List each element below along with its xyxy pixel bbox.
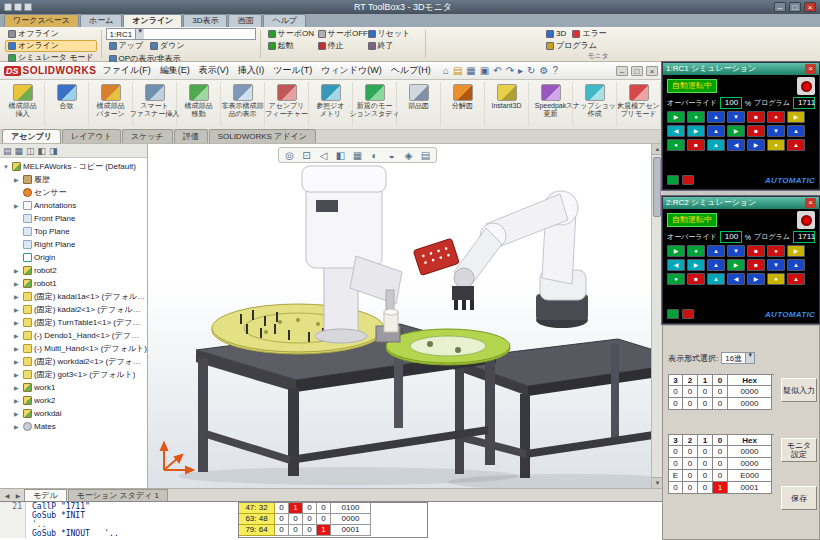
- ribbon-button[interactable]: スナップショット 作成: [573, 82, 617, 127]
- scroll-up-icon[interactable]: ▲: [652, 144, 662, 155]
- undo-icon[interactable]: ↶: [493, 64, 501, 78]
- expand-arrow-icon[interactable]: ▼: [3, 164, 10, 170]
- ribbon-button[interactable]: 構成部品 パターン: [89, 82, 133, 127]
- monitor-button[interactable]: エラー: [569, 28, 609, 40]
- dimxpert-tab-icon[interactable]: ◧: [38, 145, 47, 156]
- ribbon-button[interactable]: 分解図: [441, 82, 485, 127]
- tab-scroll-right-icon[interactable]: ▶: [13, 492, 23, 499]
- pendant-key[interactable]: [787, 125, 805, 137]
- servo-operation-button[interactable]: サーボON: [265, 28, 315, 40]
- zoom-area-icon[interactable]: ⊡: [299, 148, 314, 162]
- pendant-key[interactable]: [787, 259, 805, 271]
- expand-arrow-icon[interactable]: ▶: [14, 267, 21, 274]
- pendant-key[interactable]: [787, 245, 805, 257]
- ribbon-button[interactable]: 合致: [45, 82, 89, 127]
- display-style-icon[interactable]: ◐: [367, 148, 382, 162]
- emergency-stop-button[interactable]: [797, 77, 815, 95]
- propertymanager-tab-icon[interactable]: ▦: [15, 145, 24, 156]
- tab-scroll-left-icon[interactable]: ◀: [2, 492, 12, 499]
- pendant-key[interactable]: [767, 273, 785, 285]
- options-icon[interactable]: ⚙: [539, 64, 548, 78]
- ribbon-button[interactable]: スマート ファスナー挿入: [133, 82, 177, 127]
- pendant-key[interactable]: [767, 259, 785, 271]
- motion-study-tab[interactable]: モーション スタディ 1: [68, 489, 168, 502]
- redo-icon[interactable]: [24, 3, 32, 11]
- tree-item[interactable]: Origin: [0, 251, 147, 264]
- hide-show-items-icon[interactable]: ◒: [384, 148, 399, 162]
- pendant-key[interactable]: [667, 245, 685, 257]
- mode-button[interactable]: オンライン: [5, 40, 97, 52]
- tree-item[interactable]: ▶ robot1: [0, 277, 147, 290]
- pendant-titlebar[interactable]: 2:RC2 シミュレーション ×: [663, 197, 819, 209]
- tree-item[interactable]: ▶ robot2: [0, 264, 147, 277]
- pendant-key[interactable]: [667, 273, 685, 285]
- pendant-key[interactable]: [727, 259, 745, 271]
- start-key[interactable]: [667, 309, 679, 319]
- expand-arrow-icon[interactable]: ▶: [14, 332, 21, 339]
- section-view-icon[interactable]: ◧: [333, 148, 348, 162]
- ribbon-tab[interactable]: 3D表示: [183, 14, 227, 27]
- expand-arrow-icon[interactable]: ▶: [14, 319, 21, 326]
- tree-item[interactable]: ▶ 履歴: [0, 173, 147, 186]
- pendant-key[interactable]: [707, 245, 725, 257]
- pendant-key[interactable]: [667, 125, 685, 137]
- zoom-fit-icon[interactable]: ◎: [282, 148, 297, 162]
- previous-view-icon[interactable]: ◁: [316, 148, 331, 162]
- menu-item[interactable]: ファイル(F): [102, 64, 150, 77]
- command-tab[interactable]: SOLIDWORKS アドイン: [209, 129, 316, 143]
- pendant-key[interactable]: [787, 139, 805, 151]
- menu-item[interactable]: 表示(V): [199, 64, 229, 77]
- menu-item[interactable]: ウィンドウ(W): [321, 64, 382, 77]
- menu-item[interactable]: 編集(E): [160, 64, 190, 77]
- expand-arrow-icon[interactable]: ▶: [14, 345, 21, 352]
- redo-icon[interactable]: ↷: [506, 64, 514, 78]
- close-button[interactable]: ×: [804, 2, 816, 12]
- expand-arrow-icon[interactable]: ▶: [14, 410, 21, 417]
- pendant-key[interactable]: [667, 139, 685, 151]
- ribbon-button[interactable]: Instant3D: [485, 82, 529, 127]
- pendant-key[interactable]: [767, 125, 785, 137]
- monitor-button[interactable]: 3D: [543, 28, 569, 40]
- ribbon-button[interactable]: アセンブリ フィーチャー: [265, 82, 309, 127]
- tree-item[interactable]: ▼ MELFAWorks - コピー (Default): [0, 160, 147, 173]
- pendant-key[interactable]: [667, 111, 685, 123]
- monitor-settings-button[interactable]: モニタ設定: [781, 438, 817, 462]
- scene-icon[interactable]: ▤: [418, 148, 433, 162]
- tree-item[interactable]: Right Plane: [0, 238, 147, 251]
- ribbon-button[interactable]: 参照ジオ メトリ: [309, 82, 353, 127]
- pendant-key[interactable]: [687, 245, 705, 257]
- save-button[interactable]: 保存: [781, 486, 817, 510]
- pendant-key[interactable]: [747, 273, 765, 285]
- pendant-key[interactable]: [747, 259, 765, 271]
- ribbon-button[interactable]: 部品図: [397, 82, 441, 127]
- ribbon-tab[interactable]: 画面: [228, 14, 262, 27]
- tree-item[interactable]: ▶ (-) Multi_Hand<1> (デフォルト): [0, 342, 147, 355]
- stop-key[interactable]: [682, 175, 694, 185]
- select-icon[interactable]: ▸: [518, 64, 523, 78]
- tree-item[interactable]: ▶ work1: [0, 381, 147, 394]
- panel-button[interactable]: ダウン: [147, 40, 188, 52]
- pendant-key[interactable]: [767, 111, 785, 123]
- configuration-tab-icon[interactable]: ◫: [26, 145, 35, 156]
- ribbon-button[interactable]: 非表示構成部 品の表示: [221, 82, 265, 127]
- servo-operation-button[interactable]: 停止: [315, 40, 365, 52]
- pendant-key[interactable]: [727, 111, 745, 123]
- pendant-key[interactable]: [747, 111, 765, 123]
- ribbon-tab[interactable]: オンライン: [123, 14, 182, 27]
- pseudo-input-button[interactable]: 疑似入力: [781, 378, 817, 402]
- pendant-key[interactable]: [687, 259, 705, 271]
- maximize-button[interactable]: □: [789, 2, 801, 12]
- pendant-key[interactable]: [767, 139, 785, 151]
- expand-arrow-icon[interactable]: ▶: [14, 293, 21, 300]
- tree-item[interactable]: ▶ Mates: [0, 420, 147, 433]
- expand-arrow-icon[interactable]: ▶: [14, 384, 21, 391]
- ribbon-tab[interactable]: ヘルプ: [263, 14, 306, 27]
- expand-arrow-icon[interactable]: ▶: [14, 358, 21, 365]
- pendant-key[interactable]: [707, 259, 725, 271]
- featuremanager-tab-icon[interactable]: ▤: [3, 145, 12, 156]
- command-tab[interactable]: 評価: [174, 129, 208, 143]
- mode-button[interactable]: オフライン: [5, 28, 97, 40]
- panel-button[interactable]: アップ: [106, 40, 147, 52]
- tree-item[interactable]: ▶ work2: [0, 394, 147, 407]
- open-icon[interactable]: ▤: [453, 64, 462, 78]
